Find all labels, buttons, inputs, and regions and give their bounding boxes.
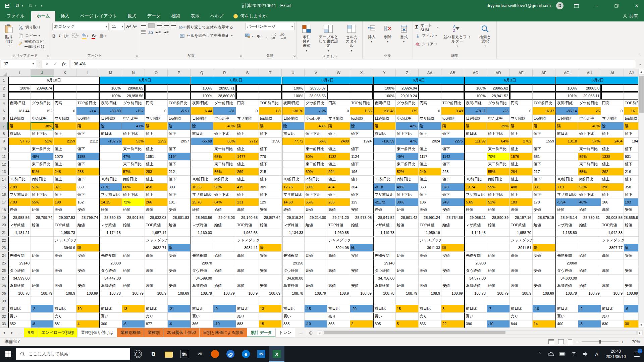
- cell-g1-r23-c2[interactable]: [31, 244, 54, 252]
- cell-g4-r11-c3[interactable]: 1132: [327, 153, 350, 161]
- cell-g2-r12-c2[interactable]: 東二前日比: [122, 161, 145, 168]
- cell-g5-r7-c2[interactable]: 42%: [396, 122, 419, 130]
- cell-g4-r29-c3[interactable]: 108.9: [327, 290, 350, 298]
- cell-g4-r25-c4[interactable]: [350, 259, 373, 267]
- currency-dropdown-icon[interactable]: ▾: [252, 35, 253, 38]
- cell-g4-r23-c4[interactable]: 陰: [350, 244, 373, 252]
- cell-g7-r2-c3[interactable]: [601, 84, 624, 92]
- cell-g7-r23-c2[interactable]: [578, 244, 601, 252]
- cell-g7-r24-c2[interactable]: 始値: [578, 252, 601, 259]
- cell-g2-r9-c4[interactable]: 2057: [168, 138, 191, 145]
- cell-g4-r6-c2[interactable]: 空売比率: [305, 115, 327, 123]
- cell-g1-r4-c1[interactable]: 夜間/日経: [8, 100, 31, 107]
- cell-g7-r6-c1[interactable]: 日経陽陰: [555, 115, 578, 123]
- cell-g6-r15-c2[interactable]: 55%: [487, 183, 510, 191]
- cell-g4-r21-c1[interactable]: 1,134.33: [282, 229, 305, 237]
- cell-g2-r25-c4[interactable]: [168, 259, 191, 267]
- cell-g1-r20-c3[interactable]: TOP終値: [54, 221, 76, 229]
- row-header-11[interactable]: 11: [0, 153, 8, 161]
- cell-g2-r10-c1[interactable]: [99, 145, 122, 153]
- cell-g5-r20-c3[interactable]: TOP終値: [419, 221, 441, 229]
- firefox-icon[interactable]: [207, 346, 223, 362]
- cell-g1-r30-c4[interactable]: [76, 297, 99, 305]
- cell-g3-r3-c2[interactable]: 28,860.80: [213, 92, 236, 100]
- cell-g2-r9-c2[interactable]: 53%: [122, 138, 145, 145]
- ribbon-tab-ページ レイアウト[interactable]: ページ レイアウト: [75, 11, 122, 21]
- cell-g4-r17-c3[interactable]: 235: [327, 198, 350, 206]
- cell-g7-r7-c3[interactable]: 陰: [601, 122, 624, 130]
- cell-g6-r32-c4[interactable]: [533, 313, 555, 320]
- cell-g1-r13-c1[interactable]: [8, 168, 31, 176]
- cell-g7-r29-c4[interactable]: 108.69: [624, 290, 639, 298]
- cell-g3-r19-c3[interactable]: 29,140.68: [236, 214, 259, 222]
- row-header-18[interactable]: 18: [0, 206, 8, 214]
- user-email[interactable]: dryyourtearswithlove1@gmail.com: [487, 3, 551, 8]
- battery-icon[interactable]: [557, 346, 568, 362]
- cell-g5-r19-c4[interactable]: 28,764.68: [441, 214, 464, 222]
- cell-g2-r19-c1[interactable]: 28,860.80: [99, 214, 122, 222]
- fill-color-dropdown-icon[interactable]: ▾: [87, 35, 88, 38]
- cell-g7-r28-c1[interactable]: 為替終値: [555, 282, 578, 290]
- cell-g7-r29-c3[interactable]: 108.9: [601, 290, 624, 298]
- cell-g2-r17-c3[interactable]: 266: [145, 198, 168, 206]
- cell-g3-r16-c1[interactable]: マザ前日比: [191, 191, 213, 199]
- cell-g7-r25-c1[interactable]: 28860: [555, 259, 578, 267]
- cell-g7-r8-c2[interactable]: 値上下比: [578, 130, 601, 138]
- cell-g2-r2-c2[interactable]: 28968.65: [122, 84, 145, 92]
- cell-g7-r11-c1[interactable]: [555, 153, 578, 161]
- cell-g3-r13-c3[interactable]: 269: [236, 168, 259, 176]
- align-right-icon[interactable]: [141, 30, 146, 34]
- cell-g5-r18-c3[interactable]: 高値: [419, 206, 441, 214]
- cell-g2-r31-c4[interactable]: -21: [168, 305, 191, 313]
- cell-g6-r2-c2[interactable]: 28965.62: [487, 84, 510, 92]
- cell-g4-r10-c3[interactable]: 値上: [327, 145, 350, 153]
- cell-g2-r33-c2[interactable]: -6: [122, 320, 145, 328]
- column-header-AG[interactable]: AG: [555, 69, 578, 76]
- column-header-J[interactable]: J: [31, 69, 54, 76]
- cell-g2-r17-c2[interactable]: 72%: [122, 198, 145, 206]
- cell-g1-r3-c3[interactable]: [54, 92, 76, 100]
- cell-g1-r30-c2[interactable]: [31, 297, 54, 305]
- cell-g6-r31-c4[interactable]: -16: [533, 305, 555, 313]
- cell-g2-r33-c4[interactable]: -6: [168, 320, 191, 328]
- enter-entry-icon[interactable]: ✓: [54, 61, 57, 66]
- cell-g2-r3-c2[interactable]: 28,958.56: [122, 92, 145, 100]
- column-header-V[interactable]: V: [305, 69, 327, 76]
- cell-g2-r15-c3[interactable]: 450: [145, 183, 168, 191]
- cell-g1-r29-c1[interactable]: 108.78: [8, 290, 31, 298]
- sheet-tab-業種別株価[interactable]: 業種別株価: [117, 328, 144, 337]
- cell-styles-button[interactable]: セルのスタイル▾: [343, 23, 360, 53]
- cell-g1-r12-c4[interactable]: 値下: [76, 161, 99, 168]
- cell-g5-r20-c4[interactable]: 始値: [441, 221, 464, 229]
- cell-g1-r8-c2[interactable]: 値上下比: [31, 130, 54, 138]
- cell-g1-r13-c3[interactable]: 248: [54, 168, 76, 176]
- cell-g4-r20-c1[interactable]: マザ終値: [282, 221, 305, 229]
- cell-g1-r22-c3[interactable]: ジャスダック: [54, 237, 76, 244]
- cell-g3-r27-c1[interactable]: 34,599.00: [191, 275, 213, 282]
- insert-cells-button[interactable]: 挿入▾: [365, 23, 379, 44]
- row-header-10[interactable]: 10: [0, 145, 8, 153]
- cell-g3-r24-c4[interactable]: 安値: [259, 252, 282, 259]
- column-header-Y[interactable]: Y: [373, 69, 396, 76]
- cell-g1-r5-c4[interactable]: -0.41: [76, 107, 99, 115]
- cell-g4-r25-c2[interactable]: [305, 259, 327, 267]
- cell-g4-r27-c4[interactable]: [350, 275, 373, 282]
- cell-g1-r31-c3[interactable]: 前日比: [54, 305, 76, 313]
- cell-g6-r25-c2[interactable]: [487, 259, 510, 267]
- cell-g6-r27-c4[interactable]: [533, 275, 555, 282]
- cell-g5-r26-c3[interactable]: 高値: [419, 267, 441, 275]
- cell-g1-r26-c4[interactable]: 安値: [76, 267, 99, 275]
- column-header-R[interactable]: R: [213, 69, 236, 76]
- phonetic-guide-icon[interactable]: 亜˪: [100, 34, 105, 39]
- cell-g5-r7-c1[interactable]: 陽: [373, 122, 396, 130]
- cell-g5-r19-c3[interactable]: 28,991.24: [419, 214, 441, 222]
- cell-g7-r8-c4[interactable]: 値下: [624, 130, 639, 138]
- cell-g5-r6-c1[interactable]: 日経陽陰: [373, 115, 396, 123]
- cell-g7-r28-c2[interactable]: 始値: [578, 282, 601, 290]
- cell-g1-r15-c4[interactable]: 359: [76, 183, 99, 191]
- cell-g4-r23-c2[interactable]: [305, 244, 327, 252]
- cell-g7-r28-c3[interactable]: 高値: [601, 282, 624, 290]
- cell-g6-r15-c4[interactable]: 331: [533, 183, 555, 191]
- cell-g6-r17-c2[interactable]: 51%: [487, 198, 510, 206]
- bold-button[interactable]: B: [52, 34, 55, 39]
